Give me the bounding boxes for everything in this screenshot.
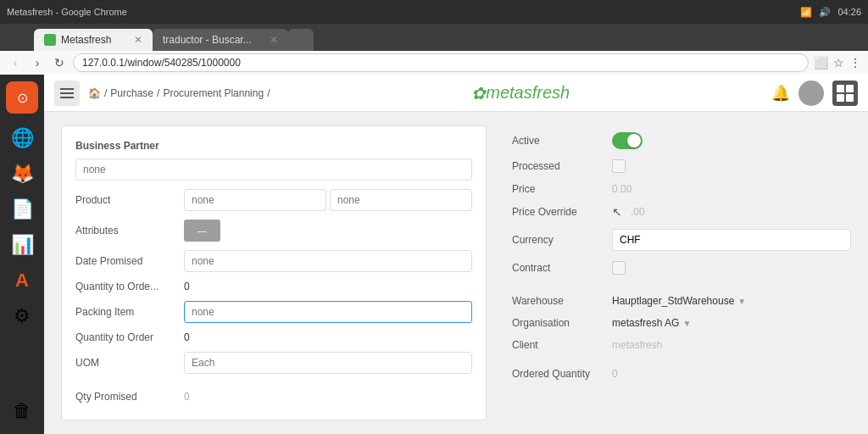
sidebar-icon-settings[interactable]: ⚙	[6, 300, 38, 332]
hamburger-button[interactable]	[54, 81, 80, 106]
packing-item-input[interactable]	[184, 301, 472, 323]
firefox-icon: 🦊	[11, 163, 34, 185]
network-icon: 📶	[800, 7, 812, 18]
form-group-contract: Contract	[512, 261, 851, 275]
breadcrumb-home[interactable]: 🏠	[88, 87, 101, 99]
bottom-section: Qty Promised 0	[75, 391, 472, 403]
processed-checkbox[interactable]	[612, 159, 626, 173]
form-group-uom: UOM	[75, 352, 472, 374]
breadcrumb-sep-2: /	[157, 87, 159, 99]
ordered-qty-value: 0	[612, 368, 618, 380]
price-override-label: Price Override	[512, 206, 605, 218]
settings-icon: ⚙	[14, 305, 31, 327]
form-group-qty-promised: Qty Promised 0	[75, 391, 472, 403]
menu-icon[interactable]: ⋮	[849, 56, 861, 70]
form-group-organisation: Organisation metasfresh AG ▼	[512, 317, 851, 329]
contract-checkbox[interactable]	[612, 261, 626, 275]
trash-icon: 🗑	[13, 400, 31, 422]
warehouse-dropdown-arrow[interactable]: ▼	[737, 297, 746, 306]
cast-icon[interactable]: ⬜	[814, 56, 828, 70]
os-bar: Metasfresh - Google Chrome 📶 🔊 04:26	[0, 0, 868, 24]
breadcrumb-procurement[interactable]: Procurement Planning	[163, 87, 264, 99]
logo-area: ✿ metasfresh	[278, 83, 763, 103]
hamburger-line-2	[60, 92, 74, 94]
hamburger-line-1	[60, 88, 74, 90]
product-input-pair	[184, 189, 472, 211]
tab-close-metasfresh[interactable]: ✕	[134, 34, 142, 46]
qty-to-order-approx-value: 0	[184, 281, 190, 292]
sidebar-icon-ubuntu[interactable]: ⊙	[6, 81, 38, 114]
form-area: Business Partner Product Attributes	[44, 112, 868, 434]
back-button[interactable]: ‹	[7, 54, 24, 71]
sidebar-icon-writer[interactable]: 📄	[6, 193, 38, 225]
form-group-product: Product	[75, 189, 472, 211]
bookmark-icon[interactable]: ☆	[833, 56, 844, 70]
sidebar-icon-calc[interactable]: 📊	[6, 229, 38, 261]
ordered-qty-label: Ordered Quantity	[512, 368, 605, 380]
browser-chrome: Metasfresh ✕ traductor - Buscar... ✕ ‹ ›…	[0, 24, 868, 75]
form-group-packing-item: Packing Item	[75, 301, 472, 323]
warehouse-value: Hauptlager_StdWarehouse	[612, 295, 734, 307]
date-promised-input[interactable]	[184, 250, 472, 272]
form-group-date-promised: Date Promised	[75, 250, 472, 272]
attributes-label: Attributes	[75, 225, 177, 236]
uom-input[interactable]	[184, 352, 472, 374]
sidebar-icon-firefox[interactable]: 🦊	[6, 158, 38, 190]
bell-button[interactable]: 🔔	[771, 84, 790, 103]
attributes-button[interactable]: —	[184, 220, 220, 242]
breadcrumb-purchase[interactable]: Purchase	[110, 87, 153, 99]
sidebar-icon-chrome[interactable]: 🌐	[6, 122, 38, 154]
appstore-icon: A	[15, 270, 29, 292]
sidebar-icon-trash[interactable]: 🗑	[6, 395, 38, 427]
quantity-to-order-label: Quantity to Order	[75, 331, 177, 343]
active-toggle[interactable]	[612, 132, 643, 149]
qty-to-order-approx-label: Quantity to Orde...	[75, 281, 177, 292]
qty-promised-value: 0	[184, 391, 190, 403]
main-layout: ⊙ 🌐 🦊 📄 📊 A ⚙ 🗑	[0, 75, 868, 434]
section-label-bp: Business Partner	[75, 140, 472, 152]
currency-input[interactable]	[612, 229, 851, 251]
toggle-knob	[627, 134, 641, 147]
product-input-right[interactable]	[330, 189, 472, 211]
form-group-price: Price 0.00	[512, 183, 851, 195]
uom-label: UOM	[75, 357, 177, 369]
grid-button[interactable]	[832, 81, 858, 106]
organisation-value-container: metasfresh AG ▼	[612, 317, 851, 329]
chrome-icon: 🌐	[11, 127, 34, 149]
tab-empty[interactable]	[288, 29, 314, 51]
sidebar-icon-appstore[interactable]: A	[6, 264, 38, 297]
grid-dot-1	[837, 85, 844, 92]
tab-metasfresh[interactable]: Metasfresh ✕	[34, 29, 153, 51]
url-bar[interactable]: 127.0.0.1/window/540285/1000000	[73, 53, 809, 72]
right-panel: Active Processed Price 0.00 Pr	[512, 125, 851, 420]
organisation-dropdown-arrow[interactable]: ▼	[682, 319, 691, 328]
url-text: 127.0.0.1/window/540285/1000000	[82, 57, 241, 69]
spacer	[512, 285, 851, 295]
app-header: 🏠 / Purchase / Procurement Planning / ✿ …	[44, 75, 868, 112]
price-override-value: .00	[631, 206, 645, 218]
price-label: Price	[512, 183, 605, 195]
os-bar-right: 📶 🔊 04:26	[800, 7, 861, 18]
refresh-button[interactable]: ↻	[51, 54, 68, 71]
os-title: Metasfresh - Google Chrome	[7, 7, 127, 17]
left-panel: Business Partner Product Attributes	[61, 125, 487, 420]
tab-traductor[interactable]: traductor - Buscar... ✕	[153, 29, 288, 51]
form-group-active: Active	[512, 132, 851, 149]
writer-icon: 📄	[11, 198, 34, 220]
time-display: 04:26	[837, 7, 861, 17]
business-partner-input[interactable]	[75, 159, 472, 181]
organisation-value: metasfresh AG	[612, 317, 679, 329]
packing-item-label: Packing Item	[75, 306, 177, 318]
form-group-warehouse: Warehouse Hauptlager_StdWarehouse ▼	[512, 295, 851, 307]
form-group-processed: Processed	[512, 159, 851, 173]
form-group-price-override: Price Override ↖ .00	[512, 205, 851, 219]
qty-promised-label: Qty Promised	[75, 391, 177, 403]
tab-close-traductor[interactable]: ✕	[270, 34, 278, 46]
forward-button[interactable]: ›	[29, 54, 46, 71]
avatar[interactable]	[798, 81, 824, 106]
bottom-right-section: Ordered Quantity 0	[512, 368, 851, 380]
product-input-left[interactable]	[184, 189, 326, 211]
os-bar-left: Metasfresh - Google Chrome	[7, 7, 127, 17]
client-value: metasfresh	[612, 339, 662, 351]
cursor-icon: ↖	[612, 205, 622, 219]
